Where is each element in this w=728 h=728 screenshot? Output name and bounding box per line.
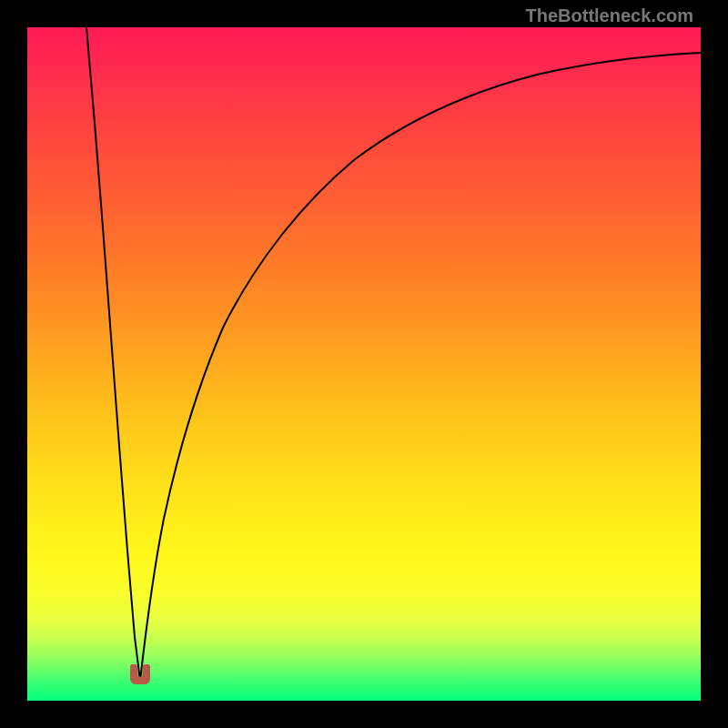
curve-left-branch	[86, 27, 140, 681]
plot-area	[27, 27, 701, 701]
chart-frame: TheBottleneck.com	[0, 0, 728, 728]
curve-right-branch	[140, 53, 701, 681]
bottleneck-marker-icon	[130, 664, 150, 684]
watermark-label: TheBottleneck.com	[526, 5, 693, 26]
bottleneck-curve	[27, 27, 701, 701]
